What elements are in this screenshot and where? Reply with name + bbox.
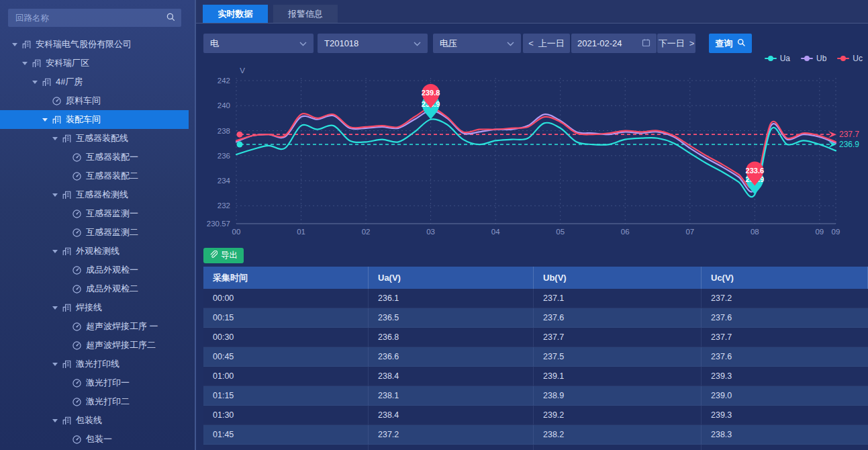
tree-item-17[interactable]: 激光打印线 <box>0 355 195 373</box>
svg-text:V: V <box>240 66 245 75</box>
next-day-button[interactable]: 下一日 > <box>657 34 695 53</box>
svg-text:232: 232 <box>218 201 230 210</box>
tab-alarm-info[interactable]: 报警信息 <box>273 5 338 23</box>
caret-down-icon[interactable] <box>48 193 62 197</box>
building-icon <box>62 416 72 426</box>
select-metric-value: 电压 <box>440 38 457 50</box>
table-row-4: 01:00238.4239.1239.3 <box>203 367 868 386</box>
svg-text:05: 05 <box>556 228 565 236</box>
caret-down-icon[interactable] <box>48 250 62 253</box>
svg-text:239.8: 239.8 <box>422 89 440 97</box>
tree-item-14[interactable]: 焊接线 <box>0 298 195 317</box>
tree-item-15[interactable]: 超声波焊接工序 一 <box>0 317 195 336</box>
tree-item-label: 超声波焊接工序二 <box>86 339 156 351</box>
svg-text:237.7: 237.7 <box>839 130 859 139</box>
tree-item-3[interactable]: 原料车间 <box>0 91 195 110</box>
tree-item-16[interactable]: 超声波焊接工序二 <box>0 336 195 355</box>
circuit-search-input[interactable] <box>14 13 166 24</box>
date-input[interactable]: 2021-02-24 <box>571 34 657 53</box>
tree-item-0[interactable]: 安科瑞电气股份有限公司 <box>0 35 195 54</box>
table-header: 采集时间 Ua(V) Ub(V) Uc(V) <box>203 267 868 289</box>
tree-item-label: 互感器装配二 <box>86 170 138 182</box>
caret-down-icon[interactable] <box>48 419 62 422</box>
tree-item-4[interactable]: 装配车间 <box>0 110 189 129</box>
export-label: 导出 <box>221 250 238 261</box>
svg-text:01: 01 <box>297 228 305 236</box>
caret-down-icon[interactable] <box>38 118 52 122</box>
legend-item-ua[interactable]: Ua <box>765 54 790 63</box>
tree-item-18[interactable]: 激光打印一 <box>0 373 195 392</box>
caret-down-icon[interactable] <box>48 137 62 140</box>
tree-item-19[interactable]: 激光打印二 <box>0 392 195 411</box>
select-metric[interactable]: 电压 <box>433 34 521 53</box>
query-button[interactable]: 查询 <box>709 34 752 53</box>
tree-item-label: 激光打印一 <box>86 377 130 389</box>
caret-down-icon[interactable] <box>18 62 32 65</box>
prev-day-button[interactable]: < 上一日 <box>523 34 570 53</box>
table-cell: 237.5 <box>534 347 702 367</box>
tab-realtime-data[interactable]: 实时数据 <box>203 5 268 23</box>
legend-item-uc[interactable]: Uc <box>837 54 863 63</box>
export-button[interactable]: 导出 <box>203 248 244 263</box>
calendar-icon[interactable] <box>642 38 650 49</box>
legend-label: Ub <box>816 54 826 63</box>
svg-text:08: 08 <box>751 228 759 236</box>
legend-item-ub[interactable]: Ub <box>801 54 826 63</box>
data-table: 采集时间 Ua(V) Ub(V) Uc(V) 00:00236.1237.123… <box>203 267 868 450</box>
voltage-chart: 242240238236234232230.570001020304050607… <box>199 64 866 243</box>
meter-icon <box>72 209 82 219</box>
table-row-0: 00:00236.1237.1237.2 <box>203 289 868 308</box>
search-icon[interactable] <box>166 12 175 24</box>
select-device[interactable]: T201018 <box>318 34 428 53</box>
svg-text:242: 242 <box>218 77 230 85</box>
tree-item-7[interactable]: 互感器装配二 <box>0 167 195 185</box>
svg-text:234: 234 <box>218 177 231 185</box>
tree-item-9[interactable]: 互感器监测一 <box>0 204 195 223</box>
tree-item-label: 成品外观检一 <box>86 264 138 276</box>
building-icon <box>42 77 52 87</box>
tree-item-label: 互感器监测二 <box>86 226 138 238</box>
tree-item-label: 激光打印二 <box>86 396 130 408</box>
building-icon <box>62 246 72 257</box>
svg-text:238: 238 <box>218 127 230 135</box>
tree-item-6[interactable]: 互感器装配一 <box>0 148 195 167</box>
paperclip-icon <box>209 251 218 261</box>
tree-item-5[interactable]: 互感器装配线 <box>0 129 195 148</box>
table-cell: 238.4 <box>369 406 534 425</box>
header-cell-uc: Uc(V) <box>702 267 868 289</box>
svg-text:02: 02 <box>362 228 371 236</box>
building-icon <box>62 359 72 369</box>
table-row-partial <box>203 445 868 450</box>
tree-item-13[interactable]: 成品外观检二 <box>0 279 195 298</box>
tree-item-2[interactable]: 4#厂房 <box>0 73 195 91</box>
header-cell-time: 采集时间 <box>203 267 369 289</box>
tree-item-20[interactable]: 包装线 <box>0 411 195 430</box>
building-icon <box>21 40 32 50</box>
circuit-search-box[interactable] <box>8 9 181 27</box>
select-energy-type[interactable]: 电 <box>203 34 314 53</box>
table-cell: 238.3 <box>702 425 868 445</box>
tree-item-10[interactable]: 互感器监测二 <box>0 223 195 242</box>
table-cell <box>203 445 369 450</box>
table-row-7: 01:45237.2238.2238.3 <box>203 425 868 445</box>
tree-item-label: 安科瑞厂区 <box>46 57 89 69</box>
table-body: 00:00236.1237.1237.200:15236.5237.6237.6… <box>203 289 868 450</box>
tree-item-21[interactable]: 包装一 <box>0 430 195 449</box>
building-icon <box>62 190 72 200</box>
tree-item-8[interactable]: 互感器检测线 <box>0 185 195 204</box>
caret-down-icon[interactable] <box>48 306 62 310</box>
table-cell: 00:45 <box>203 347 369 367</box>
tree-item-11[interactable]: 外观检测线 <box>0 242 195 261</box>
caret-down-icon[interactable] <box>28 81 42 84</box>
table-cell: 237.6 <box>702 308 868 328</box>
table-cell: 238.9 <box>534 386 702 406</box>
chevron-down-icon <box>414 38 421 48</box>
table-cell: 237.6 <box>534 308 702 328</box>
tree-item-1[interactable]: 安科瑞厂区 <box>0 54 195 73</box>
caret-down-icon[interactable] <box>8 43 21 46</box>
caret-down-icon[interactable] <box>48 363 62 366</box>
tree-item-label: 互感器监测一 <box>86 208 138 220</box>
tree-item-12[interactable]: 成品外观检一 <box>0 261 195 279</box>
next-day-label: 下一日 <box>659 38 685 50</box>
chart-legend: Ua Ub Uc <box>765 54 863 63</box>
